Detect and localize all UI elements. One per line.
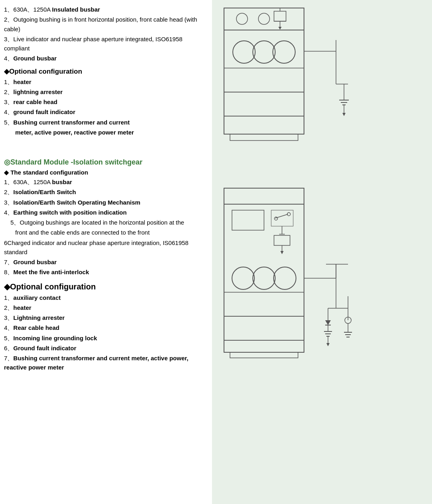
svg-marker-37: [280, 251, 284, 254]
num: 7、: [4, 259, 13, 265]
std-7: 7、Ground busbar: [4, 257, 205, 267]
svg-rect-3: [274, 11, 286, 21]
svg-rect-8: [224, 30, 304, 134]
std-5b: front and the cable ends are connected t…: [15, 228, 205, 237]
std-5a: 5、Outgoing bushings are located in the h…: [4, 218, 205, 227]
svg-rect-46: [224, 340, 304, 352]
svg-point-38: [232, 267, 254, 289]
num: 4、: [4, 108, 13, 115]
left-panel: 1、630A、1250A Insulated busbar 2、Outgoing…: [0, 0, 212, 504]
opt-2-2: 2、heater: [4, 303, 205, 312]
svg-point-10: [253, 41, 275, 63]
diagram-1: [212, 4, 432, 176]
opt-2-5: 5、Incoming line grounding lock: [4, 333, 205, 343]
svg-rect-28: [232, 210, 264, 230]
num: 7、: [4, 355, 13, 361]
opt-1-3: 3、rear cable head: [4, 97, 205, 106]
svg-marker-50: [325, 320, 331, 325]
svg-rect-26: [224, 188, 304, 204]
num: 3、: [4, 199, 13, 206]
num: 2、: [4, 304, 13, 311]
item-1-3: 3、Live indicator and nuclear phase apert…: [4, 34, 205, 53]
opt-2-4: 4、Rear cable head: [4, 323, 205, 332]
item-num: 3、: [4, 36, 13, 42]
item-text-bold: Insulated busbar: [52, 6, 100, 13]
num: 2、: [4, 88, 13, 95]
svg-point-2: [258, 13, 270, 24]
svg-point-9: [233, 41, 255, 63]
num: 4、: [4, 209, 13, 216]
opt-2-1: 1、auxiliary contact: [4, 293, 205, 302]
item-1-1: 1、630A、1250A Insulated busbar: [4, 5, 205, 14]
num: 1、: [4, 294, 13, 301]
std-1: 1、630A、1250A busbar: [4, 177, 205, 187]
std-3: 3、Isolation/Earth Switch Operating Mecha…: [4, 198, 205, 207]
num: 1、: [4, 179, 13, 185]
svg-point-31: [274, 217, 278, 220]
item-1-2: 2、Outgoing bushing is in front horizonta…: [4, 15, 205, 34]
opt-1-2: 2、lightning arrester: [4, 87, 205, 96]
svg-point-39: [253, 267, 275, 289]
svg-marker-64: [326, 343, 330, 346]
diagram-2: [212, 184, 432, 408]
item-1-4: 4、Ground busbar: [4, 54, 205, 63]
svg-rect-35: [274, 235, 290, 245]
svg-marker-7: [278, 27, 282, 30]
opt-2-3: 3、Lightning arrester: [4, 313, 205, 322]
item-text-bold: Ground busbar: [13, 55, 56, 62]
svg-rect-16: [224, 116, 304, 134]
num: 5、: [4, 335, 13, 341]
num: 8、: [4, 269, 13, 275]
svg-point-1: [236, 13, 248, 24]
num: 5、: [4, 119, 13, 126]
opt-1-5b: meter, active power, reactive power mete…: [15, 128, 205, 137]
svg-point-11: [273, 41, 295, 63]
opt-1-5: 5、Bushing current transformer and curren…: [4, 118, 205, 127]
svg-point-40: [274, 267, 296, 289]
svg-rect-0: [224, 8, 304, 30]
svg-marker-23: [342, 113, 346, 116]
opt-1-1: 1、heater: [4, 77, 205, 86]
standard-config-title: ◆ The standard configuration: [4, 169, 205, 176]
num: 3、: [4, 314, 13, 321]
opt-2-7: 7、Bushing current transformer and curren…: [4, 353, 205, 372]
svg-rect-15: [224, 92, 304, 116]
svg-rect-44: [224, 292, 304, 316]
opt-1-4: 4、ground fault indicator: [4, 107, 205, 116]
optional-title-1: ◆Optional configuration: [4, 67, 205, 76]
num: 6、: [4, 345, 13, 351]
optional-title-2: ◆Optional configuration: [4, 282, 205, 291]
num: 5、: [10, 219, 20, 226]
num: 2、: [4, 189, 13, 195]
num: 1、: [4, 78, 13, 85]
std-8: 8、Meet the five anti-interlock: [4, 267, 205, 277]
svg-rect-65: [230, 352, 298, 358]
svg-rect-25: [230, 134, 298, 141]
num: 4、: [4, 324, 13, 331]
opt-2-6: 6、Ground fault indicator: [4, 343, 205, 353]
svg-rect-14: [224, 68, 304, 92]
section2-title: ◎Standard Module -Isolation switchgear: [4, 158, 205, 167]
num: 3、: [4, 98, 13, 105]
std-2: 2、Isolation/Earth Switch: [4, 187, 205, 197]
std-4: 4、Earthing switch with position indicati…: [4, 208, 205, 217]
page: 1、630A、1250A Insulated busbar 2、Outgoing…: [0, 0, 432, 504]
item-num: 1、630A、1250A: [4, 6, 52, 13]
item-num: 4、: [4, 55, 13, 62]
right-panel: [212, 0, 432, 504]
std-6: 6Charged indicator and nuclear phase ape…: [4, 238, 205, 257]
item-num: 2、: [4, 16, 13, 23]
num: 6: [4, 239, 7, 246]
svg-rect-45: [224, 316, 304, 340]
